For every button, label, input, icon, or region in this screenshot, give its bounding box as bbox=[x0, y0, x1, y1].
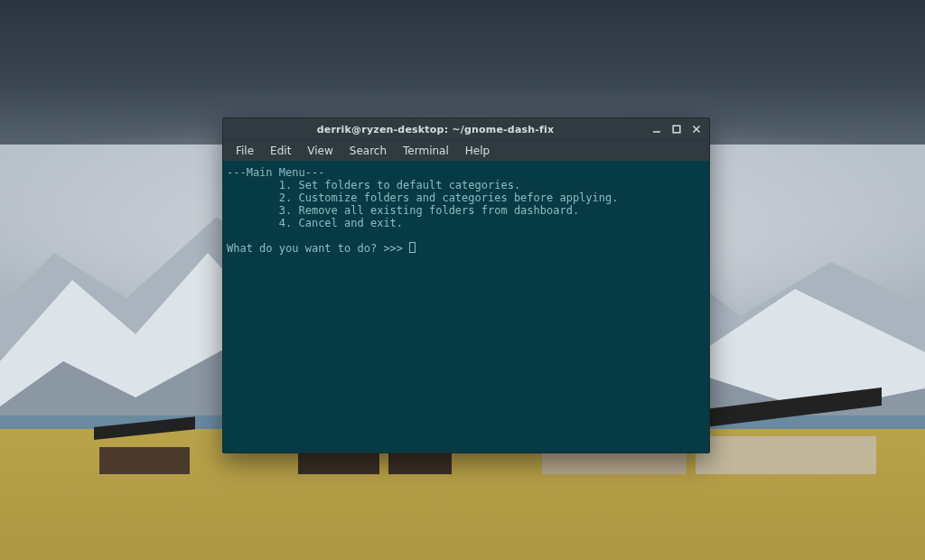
menu-search[interactable]: Search bbox=[342, 143, 394, 159]
terminal-prompt: What do you want to do? >>> bbox=[227, 242, 409, 255]
menu-view[interactable]: View bbox=[300, 143, 340, 159]
menu-terminal[interactable]: Terminal bbox=[396, 143, 456, 159]
menu-help[interactable]: Help bbox=[458, 143, 497, 159]
menubar: File Edit View Search Terminal Help bbox=[223, 140, 709, 161]
menu-file[interactable]: File bbox=[229, 143, 261, 159]
window-title: derrik@ryzen-desktop: ~/gnome-dash-fix bbox=[223, 124, 648, 135]
minimize-button[interactable] bbox=[651, 124, 662, 135]
terminal-menu-header: ---Main Menu--- bbox=[227, 166, 324, 179]
terminal-option-3: 3. Remove all existing folders from dash… bbox=[279, 204, 579, 217]
terminal-cursor bbox=[409, 242, 416, 253]
desktop-wallpaper: derrik@ryzen-desktop: ~/gnome-dash-fix F… bbox=[0, 0, 925, 560]
titlebar[interactable]: derrik@ryzen-desktop: ~/gnome-dash-fix bbox=[223, 118, 709, 140]
maximize-button[interactable] bbox=[671, 124, 682, 135]
terminal-option-1: 1. Set folders to default categories. bbox=[279, 179, 520, 191]
close-button[interactable] bbox=[691, 124, 702, 135]
terminal-window[interactable]: derrik@ryzen-desktop: ~/gnome-dash-fix F… bbox=[222, 117, 710, 453]
svg-rect-1 bbox=[673, 126, 680, 133]
terminal-option-4: 4. Cancel and exit. bbox=[279, 217, 403, 229]
window-controls bbox=[648, 124, 709, 135]
terminal-option-2: 2. Customize folders and categories befo… bbox=[279, 191, 619, 204]
menu-edit[interactable]: Edit bbox=[263, 143, 298, 159]
terminal-body[interactable]: ---Main Menu--- 1. Set folders to defaul… bbox=[223, 161, 709, 453]
